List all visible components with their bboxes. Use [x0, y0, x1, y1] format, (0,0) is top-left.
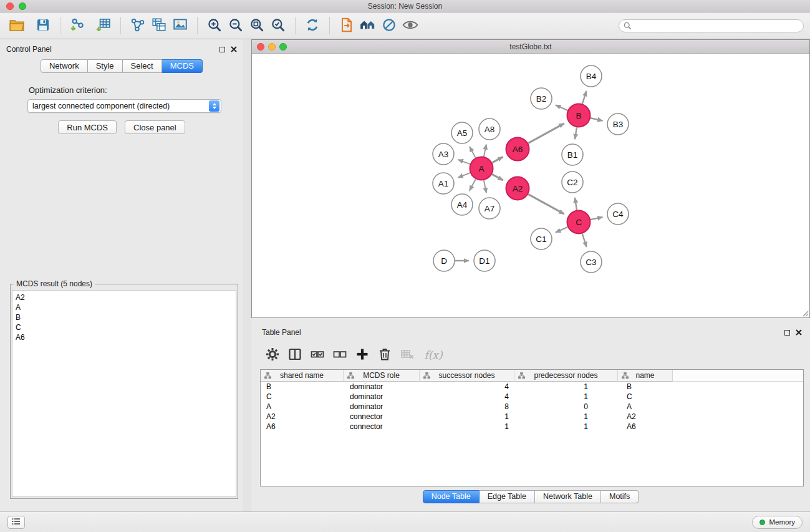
control-panel-tab-mcds[interactable]: MCDS	[162, 59, 203, 73]
graph-node-B2[interactable]: B2	[531, 88, 552, 109]
table-cell[interactable]: 1	[514, 392, 618, 401]
table-cell[interactable]: dominator	[344, 382, 420, 391]
graph-node-C[interactable]: C	[567, 211, 591, 234]
table-cell[interactable]: 4	[420, 392, 514, 401]
run-mcds-button[interactable]: Run MCDS	[58, 120, 117, 134]
mcds-result-item[interactable]: B	[16, 312, 236, 322]
table-cell[interactable]: 1	[514, 412, 618, 421]
mcds-result-item[interactable]: A	[16, 302, 236, 312]
graph-node-A4[interactable]: A4	[451, 194, 473, 215]
network-zoom-button[interactable]	[279, 43, 287, 51]
table-row[interactable]: Adominator80A	[261, 402, 803, 412]
graph-node-D1[interactable]: D1	[474, 250, 495, 271]
column-header-mcds-role[interactable]: MCDS role	[344, 370, 420, 382]
graph-edge-C-C2[interactable]	[575, 198, 577, 210]
graph-node-A3[interactable]: A3	[433, 143, 454, 165]
graph-edge-A-A7[interactable]	[484, 180, 486, 193]
table-cell[interactable]: 1	[514, 422, 618, 431]
clone-network-button[interactable]	[148, 15, 170, 36]
table-cell[interactable]: A6	[261, 422, 344, 431]
select-all-button[interactable]	[307, 345, 327, 365]
table-cell[interactable]: A6	[618, 422, 673, 431]
table-cell[interactable]: A2	[618, 412, 673, 421]
graph-edge-A-A3[interactable]	[458, 160, 470, 164]
graph-edge-A-A4[interactable]	[470, 179, 476, 191]
network-minimize-button[interactable]	[268, 43, 276, 51]
network-tools-button[interactable]	[127, 15, 148, 36]
refresh-view-button[interactable]	[302, 15, 323, 36]
mcds-result-item[interactable]: A2	[16, 293, 236, 302]
graph-edge-A-A8[interactable]	[484, 144, 486, 156]
graph-edge-A-A6[interactable]	[492, 157, 503, 162]
mcds-result-list[interactable]: A2ABCA6	[12, 290, 236, 497]
table-cell[interactable]: dominator	[344, 402, 420, 411]
control-panel-tab-select[interactable]: Select	[123, 59, 162, 73]
function-builder-button[interactable]: f(x)	[420, 345, 447, 365]
save-session-button[interactable]	[32, 15, 54, 36]
table-settings-button[interactable]	[263, 345, 282, 365]
home-view-button[interactable]	[357, 15, 378, 36]
graph-node-C1[interactable]: C1	[531, 228, 552, 249]
clear-table-button[interactable]	[397, 345, 417, 365]
graph-edge-A6-B[interactable]	[528, 123, 564, 143]
column-header-successor-nodes[interactable]: successor nodes	[420, 370, 514, 382]
close-window-button[interactable]	[6, 2, 14, 10]
graph-node-C4[interactable]: C4	[607, 203, 629, 225]
table-row[interactable]: A2connector11A2	[261, 412, 803, 422]
panel-splitter[interactable]	[243, 39, 251, 511]
network-canvas[interactable]: B4B2BB3A5A8A6B1A3AC2A1A2A4A7C1CC4C3DD1	[252, 54, 809, 317]
table-cell[interactable]: 1	[420, 412, 514, 421]
table-tab-node-table[interactable]: Node Table	[423, 490, 480, 503]
optimization-criterion-select[interactable]: largest connected component (directed)	[27, 99, 221, 113]
table-cell[interactable]: dominator	[344, 392, 420, 401]
graph-edge-C-C3[interactable]	[582, 234, 587, 248]
table-cell[interactable]: 1	[514, 382, 618, 391]
mcds-result-item[interactable]: C	[16, 322, 236, 332]
table-cell[interactable]: connector	[344, 412, 420, 421]
graph-edge-A-A2[interactable]	[492, 174, 503, 180]
graph-edge-C-C1[interactable]	[556, 227, 567, 233]
graph-edge-A-A5[interactable]	[470, 147, 476, 158]
mcds-result-item[interactable]: A6	[16, 332, 236, 342]
delete-column-button[interactable]	[375, 345, 395, 365]
import-table-button[interactable]	[93, 15, 114, 36]
table-row[interactable]: Bdominator41B	[261, 382, 803, 392]
graph-node-B[interactable]: B	[567, 104, 591, 127]
table-tab-edge-table[interactable]: Edge Table	[480, 490, 535, 503]
table-cell[interactable]: C	[618, 392, 673, 401]
show-columns-button[interactable]	[285, 345, 305, 365]
column-header-shared-name[interactable]: shared name	[261, 370, 344, 382]
table-cell[interactable]: 8	[420, 402, 514, 411]
show-log-console-button[interactable]	[7, 516, 25, 529]
network-close-button[interactable]	[257, 43, 264, 51]
table-cell[interactable]: A2	[261, 412, 344, 421]
graph-node-C2[interactable]: C2	[562, 172, 583, 193]
open-manual-button[interactable]	[336, 15, 357, 36]
column-header-name[interactable]: name	[618, 370, 673, 382]
zoom-window-button[interactable]	[19, 2, 26, 10]
table-row[interactable]: Cdominator41C	[261, 392, 803, 402]
graph-node-A2[interactable]: A2	[506, 177, 529, 200]
graph-edge-B-B2[interactable]	[556, 105, 567, 110]
graph-edge-B-B1[interactable]	[575, 127, 577, 139]
table-cell[interactable]: A	[618, 402, 673, 411]
zoom-in-button[interactable]	[204, 15, 225, 36]
table-tab-network-table[interactable]: Network Table	[535, 490, 601, 503]
close-panel-icon[interactable]	[231, 45, 237, 54]
control-panel-tab-network[interactable]: Network	[41, 59, 88, 73]
graph-node-B1[interactable]: B1	[562, 144, 583, 165]
graph-edge-C-C4[interactable]	[591, 217, 602, 220]
graph-node-A[interactable]: A	[470, 157, 493, 180]
graph-node-A7[interactable]: A7	[479, 198, 500, 219]
zoom-fit-button[interactable]	[246, 15, 268, 36]
table-cell[interactable]: B	[618, 382, 673, 391]
table-tab-motifs[interactable]: Motifs	[601, 490, 639, 503]
table-cell[interactable]: 0	[514, 402, 618, 411]
control-panel-tab-style[interactable]: Style	[88, 59, 123, 73]
import-network-button[interactable]	[67, 15, 88, 36]
graph-node-D[interactable]: D	[433, 250, 455, 271]
close-panel-button[interactable]: Close panel	[125, 120, 185, 134]
graph-edge-A2-C[interactable]	[528, 194, 564, 214]
graph-edge-B-B4[interactable]	[582, 91, 587, 104]
table-cell[interactable]: B	[261, 382, 344, 391]
